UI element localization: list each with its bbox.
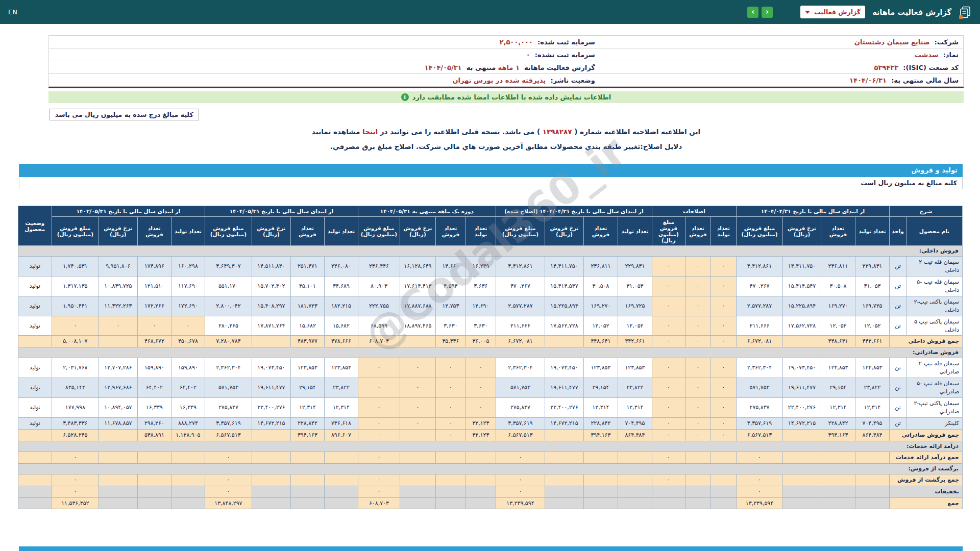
- total-row-label: جمع برگشت از فروش: [890, 474, 963, 486]
- previous-report-button[interactable]: ›: [747, 7, 758, 18]
- table-cell: [99, 429, 137, 441]
- table-cell: ۱۴,۶۶۰: [435, 256, 465, 276]
- table-cell: ۰: [710, 316, 736, 336]
- product-status-cell: تولید: [18, 276, 52, 296]
- field-value: ۲,۵۰۰,۰۰۰: [500, 38, 535, 46]
- table-cell: [710, 497, 736, 509]
- amendment-notice: این اطلاعیه اصلاحیه اطلاعیه شماره ( ۱۳۹۸…: [48, 128, 964, 136]
- table-cell: [99, 486, 137, 497]
- table-cell: [435, 474, 465, 486]
- table-cell: ۱۷۲,۶۹۰: [171, 296, 205, 316]
- table-cell: ۲,۵۷۷,۲۸۷: [496, 296, 545, 316]
- column-header: نرخ فروش (ریال): [545, 217, 583, 246]
- amendment-reasons: دلایل اصلاح:تغییر طبقه بندي محصولات مطاب…: [48, 142, 964, 151]
- table-cell: ۳,۴۸۳,۳۳۶: [52, 417, 99, 429]
- table-cell: ۱۲,۳۱۴: [290, 398, 324, 418]
- field-label: منتهی به: [467, 64, 496, 71]
- top-bar: گزارش فعالیت ماهانه گزارش فعالیت ‹ › EN: [0, 0, 980, 24]
- table-cell: ۰: [652, 296, 685, 316]
- table-cell: [465, 497, 496, 509]
- table-cell: ۲۹,۱۵۴: [821, 378, 855, 398]
- report-header-area: شرکت: صنایع سیمان دشتستان سرمایه ثبت شده…: [48, 35, 964, 151]
- table-cell: ۲۹۸,۲۶۰: [137, 417, 171, 429]
- table-cell: [821, 486, 855, 497]
- table-cell: ۳۲,۱۲۳: [465, 417, 496, 429]
- table-cell: [400, 486, 435, 497]
- table-cell: ۰: [685, 256, 710, 276]
- table-cell: ۱۲,۷۵۳: [435, 296, 465, 316]
- table-cell: ۰: [652, 452, 685, 463]
- table-cell: ۸۸۸,۲۷۴: [171, 417, 205, 429]
- table-cell: ۶,۵۶۷,۵۱۳: [736, 429, 782, 441]
- table-cell: ۰: [736, 452, 782, 463]
- table-cell: ۱۵,۴۰۸,۲۹۷: [252, 296, 290, 316]
- table-cell: [435, 486, 465, 497]
- column-header: نرخ فروش (ریال): [400, 217, 435, 246]
- table-row: جمع درآمد ارائه خدمات۰۰۰۰۰۰: [18, 452, 962, 463]
- table-cell: ۸۰,۹۰۳: [358, 276, 400, 296]
- report-icon[interactable]: [959, 6, 972, 19]
- table-cell: ۲۵۱,۴۷۱: [290, 256, 324, 276]
- table-cell: ۰: [652, 417, 685, 429]
- column-header: مبلغ فروش (میلیون ریال): [205, 217, 252, 246]
- table-cell: [465, 452, 496, 463]
- table-cell: ۰: [710, 276, 736, 296]
- table-cell: ۳۲,۱۲۳: [465, 429, 496, 441]
- table-cell: [652, 486, 685, 497]
- table-cell: ۳۹۴,۱۶۳: [290, 429, 324, 441]
- table-cell: ۰: [685, 276, 710, 296]
- table-cell: ۱۶۹,۲۷۰: [583, 296, 618, 316]
- table-cell: [821, 452, 855, 463]
- table-cell: ۰: [358, 429, 400, 441]
- table-cell: ۰: [710, 417, 736, 429]
- table-cell: ۶۴,۴۰۲: [137, 378, 171, 398]
- column-header: مبلغ فروش (میلیون ریال): [52, 217, 99, 246]
- table-cell: ۵۳۸,۸۹۱: [137, 429, 171, 441]
- product-status-cell: [18, 497, 52, 509]
- table-cell: ۰: [171, 316, 205, 336]
- table-cell: ۰: [52, 486, 99, 497]
- table-cell: ۳۰,۵۰۸: [583, 276, 618, 296]
- table-cell: ۰: [685, 378, 710, 398]
- product-status-cell: تولید: [18, 256, 52, 276]
- table-cell: ۰: [652, 316, 685, 336]
- table-cell: ۲۷۵,۸۳۷: [496, 398, 545, 418]
- table-cell: [465, 474, 496, 486]
- table-cell: ۶۰۸,۷۰۳: [358, 336, 400, 347]
- table-cell: ۷۰۴,۴۹۵: [618, 417, 652, 429]
- table-row: سیمان پاکتی تیپ ۵ داخلیتن۱۲,۰۵۲۱۲,۰۵۲۱۷,…: [18, 316, 962, 336]
- next-report-button[interactable]: ‹: [762, 7, 773, 18]
- field-label: وضعیت ناشر:: [550, 77, 595, 84]
- table-cell: ۱۶,۳۳۹: [137, 398, 171, 418]
- table-cell: ۴۷۸,۶۶۶: [324, 336, 358, 347]
- table-cell: ۲۲,۴۰۰,۲۷۶: [783, 398, 821, 418]
- table-cell: ۰: [685, 429, 710, 441]
- table-cell: ۰: [400, 358, 435, 378]
- table-cell: [252, 429, 290, 441]
- product-status-cell: تولید: [18, 378, 52, 398]
- table-cell: ۱۲۳,۸۵۳: [821, 358, 855, 378]
- column-header: نرخ فروش (ریال): [783, 217, 821, 246]
- previous-notice-link[interactable]: اینجا: [362, 128, 378, 136]
- language-toggle[interactable]: EN: [8, 8, 17, 16]
- section-row-label: فروش داخلی:: [18, 246, 962, 257]
- table-amounts-note: کلیه مبالغ به میلیون ریال است: [19, 177, 963, 189]
- table-cell: [583, 486, 618, 497]
- table-row: سیمان فله تیپ -۵ صادراتيتن۲۳,۸۲۲۲۹,۱۵۴۱۹…: [18, 378, 962, 398]
- table-cell: [137, 474, 171, 486]
- table-cell: ۴۴۲,۶۶۱: [855, 336, 890, 347]
- table-cell: ۰: [710, 336, 736, 347]
- table-cell: ۱۱,۵۳۶,۳۵۲: [52, 497, 99, 509]
- column-group-header: از ابتدای سال مالی تا تاریخ ۱۴۰۳/۰۵/۳۱: [52, 206, 205, 217]
- report-type-dropdown[interactable]: گزارش فعالیت: [800, 6, 865, 18]
- table-cell: [290, 452, 324, 463]
- table-cell: [685, 452, 710, 463]
- table-cell: ۱۶۹,۷۲۵: [618, 296, 652, 316]
- table-cell: [252, 486, 290, 497]
- table-cell: ۰: [400, 398, 435, 418]
- table-cell: ۱۸,۸۹۷,۴۶۵: [400, 316, 435, 336]
- table-cell: ۰: [710, 378, 736, 398]
- table-cell: [783, 497, 821, 509]
- table-cell: ۵۷۱,۷۵۳: [736, 378, 782, 398]
- table-cell: ۰: [358, 486, 400, 497]
